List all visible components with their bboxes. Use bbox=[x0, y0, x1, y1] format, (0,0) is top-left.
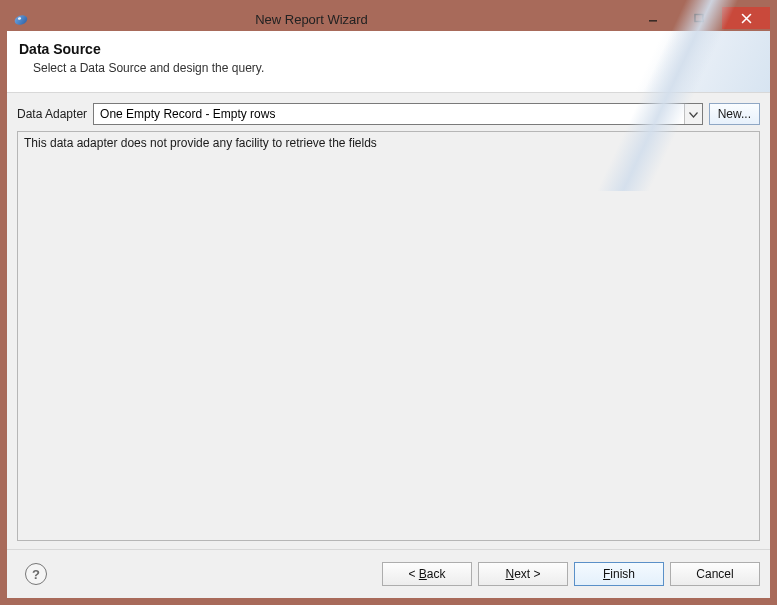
finish-button[interactable]: Finish bbox=[574, 562, 664, 586]
back-button[interactable]: < Back bbox=[382, 562, 472, 586]
window-title: New Report Wizard bbox=[0, 12, 630, 27]
main-panel: Data Adapter New... This data adapter do… bbox=[7, 93, 770, 549]
wizard-footer: ? < Back Next > Finish Cancel bbox=[7, 549, 770, 598]
banner-subtext: Select a Data Source and design the quer… bbox=[19, 61, 758, 75]
wizard-banner: Data Source Select a Data Source and des… bbox=[7, 31, 770, 93]
minimize-button[interactable] bbox=[630, 7, 676, 29]
banner-heading: Data Source bbox=[19, 41, 758, 57]
help-button[interactable]: ? bbox=[25, 563, 47, 585]
data-adapter-label: Data Adapter bbox=[17, 107, 87, 121]
client-area: Data Source Select a Data Source and des… bbox=[7, 31, 770, 598]
chevron-down-icon bbox=[689, 107, 698, 121]
adapter-info-message: This data adapter does not provide any f… bbox=[24, 136, 377, 150]
new-adapter-button[interactable]: New... bbox=[709, 103, 760, 125]
adapter-info-panel: This data adapter does not provide any f… bbox=[17, 131, 760, 541]
data-adapter-row: Data Adapter New... bbox=[17, 103, 760, 125]
svg-rect-2 bbox=[649, 20, 657, 22]
title-bar: New Report Wizard bbox=[7, 7, 770, 31]
data-adapter-value[interactable] bbox=[94, 104, 684, 124]
combo-dropdown-button[interactable] bbox=[684, 104, 702, 124]
help-icon: ? bbox=[32, 567, 40, 582]
cancel-button[interactable]: Cancel bbox=[670, 562, 760, 586]
wizard-window: New Report Wizard Data Source Select a D… bbox=[7, 7, 770, 598]
data-adapter-combo[interactable] bbox=[93, 103, 703, 125]
caption-buttons bbox=[630, 7, 770, 31]
svg-rect-3 bbox=[695, 15, 703, 22]
close-button[interactable] bbox=[722, 7, 770, 29]
maximize-button[interactable] bbox=[676, 7, 722, 29]
next-button[interactable]: Next > bbox=[478, 562, 568, 586]
